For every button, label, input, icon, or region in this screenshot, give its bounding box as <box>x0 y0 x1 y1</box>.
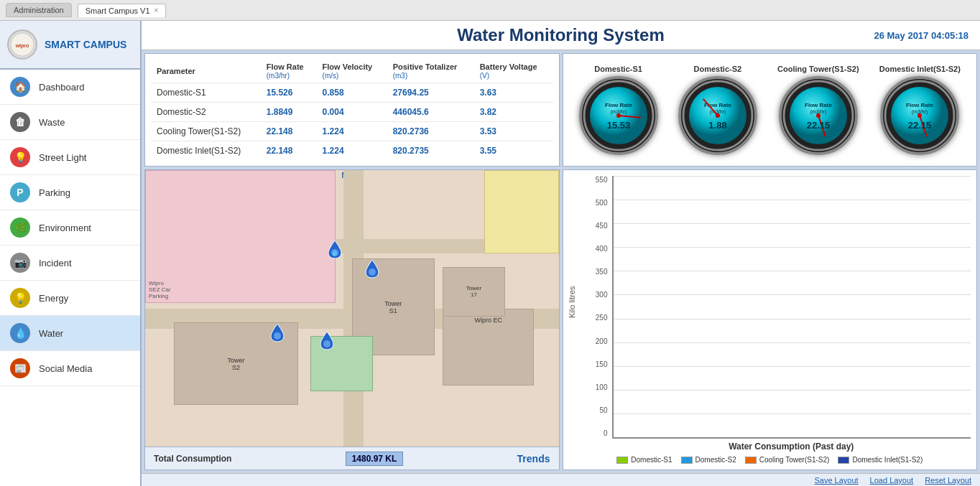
legend-item-2: Cooling Tower(S1-S2) <box>745 456 830 464</box>
svg-text:1.88: 1.88 <box>708 120 726 131</box>
gauge-2: Cooling Tower(S1-S2)Flow Rate(m3/hr)22.1… <box>777 65 859 155</box>
main-header: Water Monitoring System 26 May 2017 04:0… <box>142 21 980 50</box>
browser-chrome: Administration Smart Campus V1 × <box>0 0 980 21</box>
page-title: Water Monitoring System <box>425 25 696 45</box>
water-marker-4[interactable] <box>319 330 335 355</box>
svg-point-36 <box>716 113 720 118</box>
gauge-0: Domestic-S1Flow Rate(m3/hr)15.53 <box>579 65 658 155</box>
sidebar-item-incident[interactable]: 📷Incident <box>0 246 140 281</box>
sidebar-item-social-media[interactable]: 📰Social Media <box>0 351 140 386</box>
gauge-dial-2: Flow Rate(m3/hr)22.15 <box>779 76 858 155</box>
svg-text:💧: 💧 <box>331 249 338 256</box>
sidebar-item-parking[interactable]: PParking <box>0 175 140 210</box>
table-row: Domestic-S21.88490.004446045.63.82 <box>151 103 553 122</box>
gauge-dial-0: Flow Rate(m3/hr)15.53 <box>579 76 658 155</box>
svg-point-72 <box>917 113 922 118</box>
chart-panel: Kilo litres 550 500 450 400 350 300 250 … <box>563 169 978 470</box>
col-header-parameter: Parameter <box>151 60 261 83</box>
incident-icon: 📷 <box>10 253 30 273</box>
nav-container: 🏠Dashboard🗑Waste💡Street LightPParking🌿En… <box>0 70 140 386</box>
street-light-icon: 💡 <box>10 147 30 167</box>
water-marker-1[interactable]: 💧 <box>327 239 343 263</box>
wipro-logo: wipro <box>7 29 37 60</box>
sidebar-label-environment: Environment <box>39 223 91 233</box>
svg-point-77 <box>274 332 281 340</box>
sidebar: wipro SMART CAMPUS 🏠Dashboard🗑Waste💡Stre… <box>0 21 142 486</box>
gauge-dial-1: Flow Rate(m3/hr)1.88 <box>678 76 757 155</box>
trends-label[interactable]: Trends <box>517 453 550 464</box>
svg-point-54 <box>816 113 820 118</box>
save-layout-link[interactable]: Save Layout <box>814 476 858 485</box>
legend-color-2 <box>745 457 757 464</box>
map-building-1 <box>484 170 559 253</box>
content-area: Parameter Flow Rate(m3/hr) Flow Velocity… <box>142 50 980 473</box>
gauge-dial-3: Flow Rate(m3/hr)22.15 <box>880 76 959 155</box>
sidebar-label-waste: Waste <box>39 117 65 128</box>
sidebar-item-energy[interactable]: 💡Energy <box>0 281 140 316</box>
app-footer: Save Layout Load Layout Reset Layout <box>142 473 980 486</box>
datetime-display: 26 May 2017 04:05:18 <box>874 30 969 41</box>
app-container: wipro SMART CAMPUS 🏠Dashboard🗑Waste💡Stre… <box>0 21 980 486</box>
reset-layout-link[interactable]: Reset Layout <box>925 476 971 485</box>
map-footer: Total Consumption 1480.97 KL Trends <box>145 447 559 469</box>
legend-color-3 <box>838 457 849 464</box>
chart-legend: Domestic-S1Domestic-S2Cooling Tower(S1-S… <box>569 456 971 464</box>
sidebar-label-water: Water <box>39 328 63 339</box>
legend-item-1: Domestic-S2 <box>681 456 736 464</box>
map-panel: MLCP WiproSEZ CarParking TowerS1 TowerS2 <box>144 169 560 470</box>
svg-text:Flow Rate: Flow Rate <box>906 102 933 108</box>
sidebar-item-dashboard[interactable]: 🏠Dashboard <box>0 70 140 105</box>
legend-item-3: Domestic Inlet(S1-S2) <box>838 456 923 464</box>
sidebar-label-parking: Parking <box>39 187 70 198</box>
svg-text:22.15: 22.15 <box>908 120 932 131</box>
sidebar-header: wipro SMART CAMPUS <box>0 21 140 70</box>
tab-smart-campus[interactable]: Smart Campus V1 × <box>78 4 167 17</box>
load-layout-link[interactable]: Load Layout <box>870 476 914 485</box>
tab-close-button[interactable]: × <box>154 6 159 14</box>
chart-grid <box>614 176 971 437</box>
svg-text:15.53: 15.53 <box>606 120 630 131</box>
svg-point-76 <box>369 268 376 276</box>
water-marker-3[interactable] <box>269 322 285 347</box>
map-building-wipro-ec: Wipro EC <box>443 309 534 386</box>
sidebar-label-dashboard: Dashboard <box>39 82 85 93</box>
map-building-2: WiproSEZ CarParking <box>145 170 336 303</box>
map-background: MLCP WiproSEZ CarParking TowerS1 TowerS2 <box>145 170 559 447</box>
total-consumption-label: Total Consumption <box>154 454 231 464</box>
gauge-label-3: Domestic Inlet(S1-S2) <box>879 65 961 73</box>
sidebar-item-environment[interactable]: 🌿Environment <box>0 210 140 246</box>
sidebar-item-waste[interactable]: 🗑Waste <box>0 105 140 140</box>
sidebar-item-water[interactable]: 💧Water <box>0 316 140 351</box>
legend-label-3: Domestic Inlet(S1-S2) <box>852 456 923 464</box>
chart-title: Water Consumption (Past day) <box>612 441 971 452</box>
gauge-label-0: Domestic-S1 <box>594 65 642 73</box>
legend-label-0: Domestic-S1 <box>631 456 672 464</box>
tab-administration[interactable]: Administration <box>6 3 72 17</box>
sidebar-label-energy: Energy <box>39 293 68 304</box>
col-header-positive-totalizer: Positive Totalizer(m3) <box>387 60 474 83</box>
svg-text:wipro: wipro <box>15 43 29 49</box>
legend-color-1 <box>681 457 693 464</box>
parking-icon: P <box>10 182 30 202</box>
table-row: Domestic Inlet(S1-S2)22.1481.224820.2735… <box>151 141 553 161</box>
table-body: Domestic-S115.5260.85827694.253.63Domest… <box>151 83 553 161</box>
map-building-tower-17: Tower17 <box>443 267 504 317</box>
data-table-panel: Parameter Flow Rate(m3/hr) Flow Velocity… <box>144 53 560 167</box>
sidebar-label-social-media: Social Media <box>39 363 92 374</box>
svg-point-18 <box>616 113 621 118</box>
gauge-3: Domestic Inlet(S1-S2)Flow Rate(m3/hr)22.… <box>879 65 961 155</box>
y-axis-label: Kilo litres <box>568 286 576 318</box>
total-consumption-value: 1480.97 KL <box>346 452 404 466</box>
sidebar-label-incident: Incident <box>39 258 72 268</box>
sidebar-item-street-light[interactable]: 💡Street Light <box>0 140 140 175</box>
water-marker-2[interactable] <box>364 258 380 283</box>
environment-icon: 🌿 <box>10 218 30 238</box>
main-content: Water Monitoring System 26 May 2017 04:0… <box>142 21 980 486</box>
legend-label-1: Domestic-S2 <box>695 456 736 464</box>
dashboard-icon: 🏠 <box>10 77 30 97</box>
svg-text:22.15: 22.15 <box>807 120 831 131</box>
table-row: Domestic-S115.5260.85827694.253.63 <box>151 83 553 103</box>
legend-label-2: Cooling Tower(S1-S2) <box>759 456 830 464</box>
col-header-battery-voltage: Battery Voltage(V) <box>474 60 553 83</box>
col-header-flow-velocity: Flow Velocity(m/s) <box>317 60 387 83</box>
